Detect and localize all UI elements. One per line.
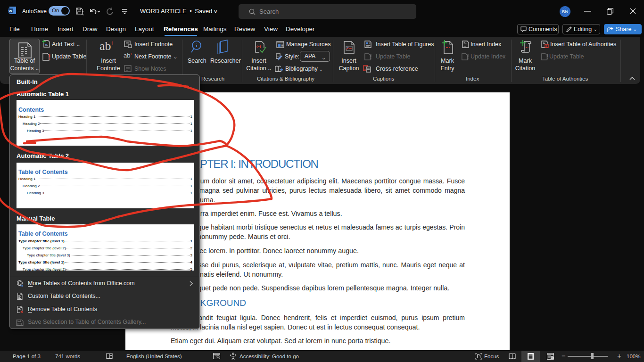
svg-text:W: W <box>8 9 12 13</box>
